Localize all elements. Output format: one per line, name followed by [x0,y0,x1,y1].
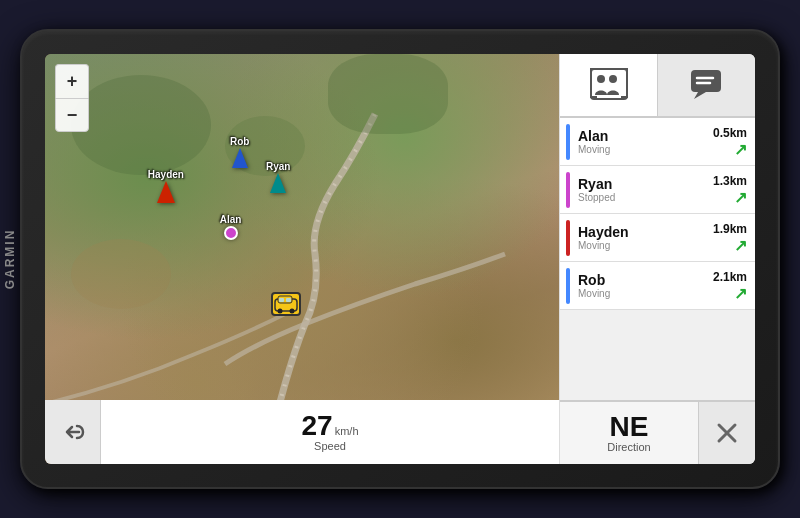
direction-letters: NE [610,413,649,441]
marker-rob: Rob [230,136,249,168]
panel-top-buttons [560,54,755,118]
map-view: + − Rob Hayden Ryan Alan [45,54,559,464]
rob-status: Moving [578,288,713,299]
contact-row-rob: Rob Moving 2.1km ↗ [560,262,755,310]
hayden-distance: 1.9km ↗ [713,222,747,254]
marker-alan-label: Alan [220,214,242,225]
zoom-out-button[interactable]: − [55,98,89,132]
hayden-arrow-icon [157,181,175,203]
alan-dist-value: 0.5km [713,126,747,140]
hayden-dist-arrow: ↗ [734,238,747,254]
speed-display: 27 km/h Speed [101,400,559,464]
rob-distance: 2.1km ↗ [713,270,747,302]
alan-status: Moving [578,144,713,155]
svg-rect-9 [691,70,721,92]
alan-info: Alan Moving [578,128,713,156]
close-icon [713,419,741,447]
alan-distance: 0.5km ↗ [713,126,747,158]
ryan-dist-arrow: ↗ [734,190,747,206]
direction-display: NE Direction [560,402,699,464]
vehicle-icon [271,292,301,316]
rob-name: Rob [578,272,713,289]
hayden-dist-value: 1.9km [713,222,747,236]
svg-point-7 [597,75,605,83]
hayden-status: Moving [578,240,713,251]
alan-dist-arrow: ↗ [734,142,747,158]
ryan-info: Ryan Stopped [578,176,713,204]
direction-label: Direction [607,441,650,453]
contact-row-alan: Alan Moving 0.5km ↗ [560,118,755,166]
speed-label: Speed [314,440,346,452]
messages-button[interactable] [658,54,755,116]
speed-unit: km/h [335,426,359,437]
zoom-in-button[interactable]: + [55,64,89,98]
group-view-button[interactable] [560,54,658,116]
rob-dist-value: 2.1km [713,270,747,284]
marker-hayden-label: Hayden [148,169,184,180]
back-button[interactable] [45,400,101,464]
message-icon [688,67,726,103]
map-bottom-bar: 27 km/h Speed [45,400,559,464]
ryan-color-bar [566,172,570,208]
device-screen: + − Rob Hayden Ryan Alan [45,54,755,464]
right-panel: Alan Moving 0.5km ↗ Ryan Stopped [559,54,755,464]
svg-rect-4 [279,298,284,302]
rob-arrow-icon [232,148,248,168]
ryan-status: Stopped [578,192,713,203]
alan-name: Alan [578,128,713,145]
marker-alan: Alan [220,214,242,240]
svg-point-3 [290,308,295,313]
rob-info: Rob Moving [578,272,713,300]
group-icon [589,67,629,103]
marker-ryan-label: Ryan [266,161,290,172]
svg-point-2 [278,308,283,313]
marker-ryan: Ryan [266,161,290,193]
panel-bottom: NE Direction [560,400,755,464]
svg-rect-5 [286,298,291,302]
rob-dist-arrow: ↗ [734,286,747,302]
hayden-name: Hayden [578,224,713,241]
rob-color-bar [566,268,570,304]
alan-color-bar [566,124,570,160]
ryan-dist-value: 1.3km [713,174,747,188]
contact-row-ryan: Ryan Stopped 1.3km ↗ [560,166,755,214]
hayden-info: Hayden Moving [578,224,713,252]
marker-hayden: Hayden [148,169,184,203]
contacts-list: Alan Moving 0.5km ↗ Ryan Stopped [560,118,755,400]
ryan-distance: 1.3km ↗ [713,174,747,206]
ryan-arrow-icon [270,173,286,193]
speed-value: 27 [302,412,333,440]
marker-rob-label: Rob [230,136,249,147]
gps-device: GARMIN + − [20,29,780,489]
alan-dot-icon [224,226,238,240]
garmin-brand: GARMIN [3,229,17,290]
hayden-color-bar [566,220,570,256]
svg-marker-10 [694,92,706,99]
svg-point-8 [609,75,617,83]
close-button[interactable] [699,402,755,464]
ryan-name: Ryan [578,176,713,193]
map-zoom-controls[interactable]: + − [55,64,89,132]
contact-row-hayden: Hayden Moving 1.9km ↗ [560,214,755,262]
